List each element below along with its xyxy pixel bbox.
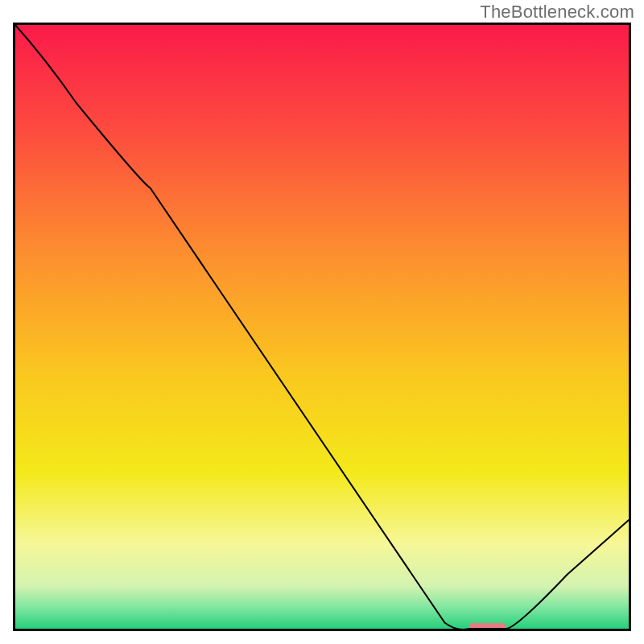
chart-container: TheBottleneck.com bbox=[0, 0, 644, 644]
chart-svg bbox=[13, 23, 631, 631]
watermark-text: TheBottleneck.com bbox=[480, 2, 634, 23]
plot-area bbox=[13, 23, 631, 631]
gradient-background bbox=[15, 25, 629, 629]
